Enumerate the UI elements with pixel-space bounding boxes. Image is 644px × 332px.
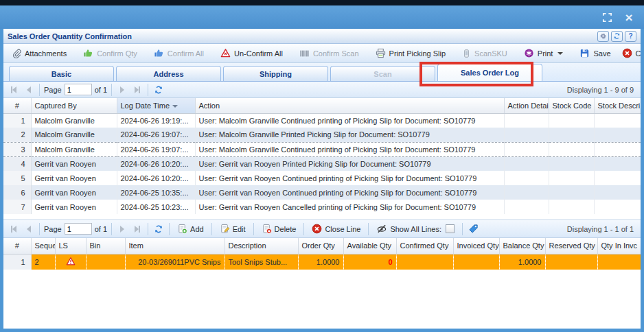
table-row[interactable]: 1 Malcolm Granville 2024-06-26 19:19:...… [3,113,641,128]
delete-icon [262,224,272,234]
table-row[interactable]: 1 2 20-03/269011PVC Snips Tool Snips Stu… [3,254,641,270]
pager-separator [253,223,254,235]
save-button[interactable]: Save [575,47,614,60]
close-line-button[interactable]: Close Line [308,223,364,235]
table-row[interactable]: 3 Malcolm Granville 2024-06-26 19:07:...… [3,142,641,156]
first-page-button[interactable] [8,223,20,235]
table-row[interactable]: 5 Gerrit van Rooyen 2024-06-26 10:20:...… [3,171,641,185]
pager-separator [39,84,40,96]
log-date-cell: 2024-06-26 19:07:... [117,128,195,142]
row-number-cell: 6 [3,185,31,200]
print-button[interactable]: Print [520,47,568,60]
column-header-num[interactable]: # [3,98,31,113]
column-header-stock-code[interactable]: Stock Code [549,98,594,113]
delete-button[interactable]: Delete [258,223,300,235]
save-label: Save [593,49,610,58]
stock-code-cell [549,156,594,171]
refresh-grid-button[interactable] [152,84,165,96]
stock-code-cell [549,185,594,200]
maximize-button[interactable] [600,10,614,24]
stock-code-cell [549,200,594,214]
window-close-button[interactable]: × [622,10,636,24]
column-header-captured-by[interactable]: Captured By [31,98,117,113]
displaying-status: Displaying 1 - 9 of 9 [567,86,636,94]
prev-page-button[interactable] [23,223,35,235]
tab-address[interactable]: Address [116,66,221,81]
action-detail-cell [504,200,549,214]
prev-page-icon [27,226,31,233]
refresh-button[interactable] [611,31,623,42]
log-pager-toolbar: Page of 1 Displaying 1 - 9 of 9 [3,82,641,98]
page-number-input[interactable] [65,84,92,95]
tab-shipping-label: Shipping [260,70,292,78]
column-header-reserved-qty[interactable]: Reserved Qty [545,238,597,254]
unconfirm-all-button[interactable]: Un-Confirm All [216,47,287,60]
column-header-log-date-time[interactable]: Log Date Time [117,98,195,113]
tab-scan[interactable]: Scan [330,66,435,81]
column-header-confirmed-qty[interactable]: Confirmed Qty [396,238,453,254]
next-page-button[interactable] [116,223,128,235]
column-header-action-detail[interactable]: Action Detai [504,98,549,113]
action-cell: User: Malcolm Granville Continued printi… [195,113,504,128]
table-row[interactable]: 4 Gerrit van Rooyen 2024-06-26 10:20:...… [3,156,641,171]
last-page-icon [139,226,140,233]
first-page-button[interactable] [8,84,20,96]
column-header-ls[interactable]: LS [55,238,86,254]
help-button[interactable]: ? [625,31,636,42]
table-row[interactable]: 6 Gerrit van Rooyen 2024-06-25 10:35:...… [3,185,641,200]
column-header-item[interactable]: Item [125,238,225,254]
edit-button[interactable]: Edit [216,223,249,235]
table-row[interactable]: 7 Gerrit van Rooyen 2024-06-25 10:23:...… [3,200,641,214]
column-header-action[interactable]: Action [195,98,504,113]
show-all-lines-checkbox[interactable] [446,224,455,233]
chevron-down-icon [557,52,563,55]
print-label: Print [538,49,553,58]
column-header-sequence[interactable]: Sequer [31,238,55,254]
thumbs-up-blue-icon [154,48,164,58]
print-picking-slip-button[interactable]: Print Picking Slip [371,47,450,60]
captured-by-cell: Gerrit van Rooyen [31,185,117,200]
pager-separator [111,223,112,235]
log-date-header-label: Log Date Time [121,102,170,110]
tab-sales-order-log[interactable]: Sales Order Log [437,64,542,81]
close-button[interactable]: Close [618,47,644,60]
column-header-stock-description[interactable]: Stock Descri [594,98,641,113]
tab-shipping[interactable]: Shipping [223,66,328,81]
prev-page-button[interactable] [23,84,35,96]
attachments-button[interactable]: Attachments [8,47,71,60]
last-page-button[interactable] [131,84,143,96]
description-cell: Tool Snips Stub... [225,254,298,270]
table-row[interactable]: 2 Malcolm Granville 2024-06-26 19:07:...… [3,128,641,142]
page-number-input[interactable] [65,223,92,235]
last-page-button[interactable] [131,223,143,235]
confirm-all-button[interactable]: Confirm All [150,47,208,60]
next-page-icon [120,226,124,233]
tab-basic[interactable]: Basic [9,66,114,81]
column-header-balance-qty[interactable]: Balance Qty [499,238,545,254]
confirm-qty-button[interactable]: Confirm Qty [79,47,141,60]
warning-triangle-icon [66,257,76,266]
tag-button[interactable] [467,223,479,235]
settings-button[interactable] [597,31,609,42]
column-header-description[interactable]: Description [225,238,298,254]
show-all-lines-control: Show All Lines: [373,223,458,235]
confirm-scan-button[interactable]: Confirm Scan [295,47,363,60]
row-number-cell: 5 [3,171,31,185]
next-page-button[interactable] [116,84,128,96]
refresh-grid-button[interactable] [152,223,165,235]
floppy-icon [579,48,590,58]
column-header-num[interactable]: # [3,238,31,254]
pager-separator [368,223,369,235]
column-header-invoiced-qty[interactable]: Invoiced Qty [453,238,499,254]
column-header-bin[interactable]: Bin [86,238,125,254]
warning-triangle-icon [220,48,231,58]
row-number-cell: 4 [3,156,31,171]
scansku-button[interactable]: ScanSKU [458,47,511,60]
column-header-available-qty[interactable]: Available Qty [343,238,396,254]
column-header-order-qty[interactable]: Order Qty [298,238,343,254]
window-titlebar: × [0,5,644,29]
stock-code-cell [549,128,594,142]
log-date-cell: 2024-06-25 10:23:... [117,200,195,214]
column-header-qty-in-invoice[interactable]: Qty In Invc [597,238,641,254]
add-button[interactable]: Add [174,223,207,235]
